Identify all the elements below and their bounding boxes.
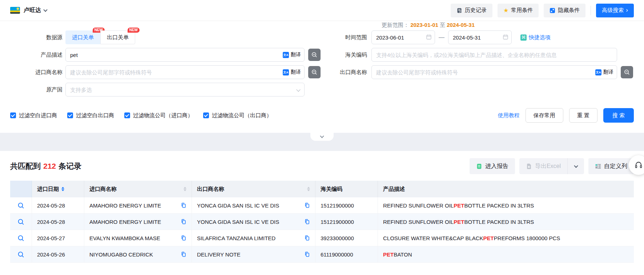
tab-import-declarations[interactable]: 进口关单 NEW (65, 30, 100, 44)
table-row: 2024-05-27 EVALYN KWAMBOKA MASE SILAFRIC… (10, 230, 634, 246)
search-button[interactable]: 搜 索 (603, 108, 634, 123)
view-detail-icon[interactable] (17, 251, 24, 258)
exporter-label: 出口商名称 (321, 69, 367, 76)
translate-button[interactable]: 文A 翻译 (595, 65, 613, 79)
translate-button[interactable]: 文A 翻译 (283, 48, 301, 62)
favorites-button[interactable]: ★ 常用条件 (498, 4, 539, 17)
translate-label: 翻译 (603, 69, 613, 75)
copy-icon[interactable] (181, 235, 186, 241)
country-name[interactable]: 卢旺达 (24, 7, 41, 14)
sort-icon[interactable] (184, 187, 186, 191)
header-importer[interactable]: 进口商名称 (84, 181, 192, 197)
exporter-input[interactable] (371, 65, 617, 79)
tab-import-label: 进口关单 (72, 34, 94, 41)
table-row: 2024-05-26 NIYOMUGABO CEDRICK DELIVERY N… (10, 246, 634, 263)
copy-icon[interactable] (181, 251, 186, 257)
translate-button[interactable]: 文A 翻译 (283, 65, 301, 79)
header-label: 进口日期 (37, 186, 59, 193)
desc-highlight: PET (483, 235, 494, 241)
copy-icon[interactable] (304, 219, 310, 225)
collapse-band (0, 133, 644, 151)
quick-options-link[interactable]: ⌘ 快捷选项 (520, 34, 551, 41)
reset-button[interactable]: 重 置 (569, 108, 597, 123)
header-hs-code: 海关编码 (315, 181, 378, 197)
product-desc-wrap: 文A 翻译 (65, 48, 305, 62)
translate-icon: 文A (595, 69, 601, 75)
form-actions: 使用教程 保存常用 重 置 搜 索 (498, 108, 634, 123)
calendar-icon (503, 34, 508, 40)
hide-conditions-button[interactable]: 隐藏条件 (544, 4, 585, 17)
update-range-label: 更新范围： (382, 22, 409, 28)
product-desc-label: 产品描述 (10, 52, 63, 58)
sort-icon[interactable] (61, 187, 64, 191)
exporter-cell: DELIVERY NOTE (192, 246, 315, 263)
exporter-wrap: 文A 翻译 (371, 65, 617, 79)
importer-cell: EVALYN KWAMBOKA MASE (84, 230, 192, 246)
copy-icon[interactable] (181, 219, 186, 225)
date-from-input[interactable] (371, 30, 435, 44)
checkbox-filter-logistics-importer[interactable]: 过滤物流公司（进口商） (124, 112, 193, 119)
desc-text: CLOSURE WATER WHITE&CAP BLACK (383, 235, 483, 241)
columns-icon (595, 163, 601, 169)
product-desc-input[interactable] (65, 48, 305, 62)
enter-report-button[interactable]: 进入报告 (470, 158, 515, 174)
exclude-search-button[interactable] (308, 66, 321, 78)
detail-cell (10, 230, 32, 246)
hs-code-cell: 15121900000 (315, 197, 378, 214)
export-group: 导出Excel (519, 158, 584, 174)
translate-icon: 文A (283, 52, 289, 58)
exporter-name: YONCA GIDA SAN ISL IC VE DIS (197, 202, 279, 209)
importer-name: NIYOMUGABO CEDRICK (89, 251, 153, 258)
search-form: 更新范围： 2023-01-01 至 2024-05-31 数据源 进口关单 N… (0, 21, 644, 133)
export-dropdown-button[interactable] (567, 158, 584, 174)
rwanda-flag-icon (10, 7, 20, 14)
table-header-row: 进口日期 进口商名称 出口商名称 海关编码 产品描述 (10, 181, 634, 197)
view-detail-icon[interactable] (17, 235, 24, 242)
importer-wrap: 文A 翻译 (65, 65, 305, 79)
exclude-search-button[interactable] (308, 49, 321, 61)
desc-highlight: PET (383, 251, 394, 258)
sort-icon[interactable] (307, 187, 310, 191)
detail-cell (10, 197, 32, 214)
header-exporter[interactable]: 出口商名称 (192, 181, 315, 197)
new-badge: NEW (128, 28, 140, 33)
desc-text: PREFORMS 1800000 PCS (494, 235, 560, 241)
view-detail-icon[interactable] (17, 218, 24, 225)
time-range-label: 时间范围 (321, 34, 367, 41)
origin-select-wrap (65, 83, 305, 97)
product-desc-cell: PET BATON (378, 246, 634, 263)
customize-columns-button[interactable]: 自定义列 (588, 158, 634, 174)
view-detail-icon[interactable] (17, 202, 24, 209)
save-favorite-button[interactable]: 保存常用 (526, 108, 563, 123)
results-table: 进口日期 进口商名称 出口商名称 海关编码 产品描述 2024-0 (10, 181, 634, 263)
copy-icon[interactable] (304, 202, 310, 208)
copy-icon[interactable] (304, 235, 310, 241)
header-import-date[interactable]: 进口日期 (32, 181, 84, 197)
tab-export-declarations[interactable]: 出口关单 NEW (100, 30, 135, 44)
advanced-search-button[interactable]: 高级搜索 › (596, 4, 634, 17)
desc-text: REFINED SUNFLOWER OIL (383, 202, 454, 209)
summary-suffix: 条记录 (59, 162, 81, 170)
copy-icon[interactable] (304, 251, 310, 257)
origin-select[interactable] (65, 83, 305, 97)
checkbox-filter-logistics-exporter[interactable]: 过滤物流公司（出口商） (203, 112, 272, 119)
checkbox-filter-blank-exporter[interactable]: 过滤空白出口商 (67, 112, 114, 119)
checkbox-label: 过滤空白出口商 (76, 112, 114, 119)
collapse-form-tab[interactable] (310, 133, 334, 141)
export-excel-button[interactable]: 导出Excel (519, 158, 567, 174)
importer-cell: AMAHORO ENERGY LIMITE (84, 214, 192, 230)
hs-code-input[interactable] (371, 48, 617, 62)
history-button[interactable]: 历史记录 (451, 4, 492, 17)
chevron-down-icon[interactable] (43, 8, 47, 12)
command-icon: ⌘ (520, 34, 527, 41)
copy-icon[interactable] (181, 202, 186, 208)
tutorial-link[interactable]: 使用教程 (498, 112, 520, 119)
product-desc-cell: CLOSURE WATER WHITE&CAP BLACK PET PREFOR… (378, 230, 634, 246)
importer-input[interactable] (65, 65, 305, 79)
date-to-input[interactable] (448, 30, 512, 44)
desc-text: REFINED SUNFLOWER OIL (383, 219, 454, 225)
checkbox-filter-blank-importer[interactable]: 过滤空白进口商 (10, 112, 57, 119)
exclude-search-button[interactable] (621, 66, 633, 78)
history-icon (456, 8, 462, 13)
update-range-from: 2023-01-01 (410, 22, 438, 28)
